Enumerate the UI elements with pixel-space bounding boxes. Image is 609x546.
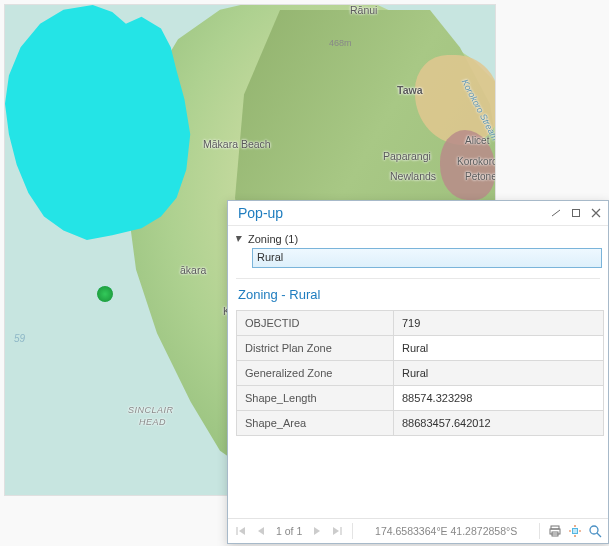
place-label-makara-clip: ākara: [180, 264, 206, 276]
popup-titlebar[interactable]: Pop-up: [228, 201, 608, 226]
nav-next-button[interactable]: [308, 523, 326, 539]
identify-click-point: [97, 286, 113, 302]
popup-autohide-button[interactable]: [548, 205, 564, 221]
nav-position-label: 1 of 1: [272, 525, 306, 537]
place-label-makara-beach: Mākara Beach: [203, 138, 271, 150]
attribute-value: Rural: [394, 336, 604, 361]
footer-separator-1: [352, 523, 353, 539]
zoom-to-icon[interactable]: [586, 522, 604, 540]
popup-body: Zoning (1) Rural Zoning - Rural OBJECTID…: [228, 226, 608, 518]
place-label-paparangi: Paparangi: [383, 150, 431, 162]
svg-point-5: [590, 526, 598, 534]
attribute-value: 88574.323298: [394, 386, 604, 411]
place-label-korokoro: Korokoro: [457, 156, 496, 167]
attribute-row[interactable]: District Plan ZoneRural: [237, 336, 604, 361]
place-label-ranui: Rānui: [350, 4, 377, 16]
print-icon[interactable]: [546, 522, 564, 540]
identify-popup: Pop-up Zoning (1) Rural Zoning - Rural O…: [227, 200, 609, 544]
feature-tree-layer-row[interactable]: Zoning (1): [234, 230, 602, 248]
place-label-tawa: Tawa: [397, 84, 422, 96]
svg-rect-0: [573, 210, 580, 217]
attribute-row[interactable]: Shape_Length88574.323298: [237, 386, 604, 411]
attribute-value: 719: [394, 311, 604, 336]
section-divider: [236, 278, 600, 279]
footer-separator-2: [539, 523, 540, 539]
popup-dock-button[interactable]: [568, 205, 584, 221]
nav-first-button[interactable]: [232, 523, 250, 539]
depth-sounding-59: 59: [14, 333, 25, 344]
elevation-label-468m: 468m: [329, 38, 352, 48]
attribute-key: Generalized Zone: [237, 361, 394, 386]
place-label-newlands: Newlands: [390, 170, 436, 182]
popup-close-button[interactable]: [588, 205, 604, 221]
nav-prev-button[interactable]: [252, 523, 270, 539]
coordinate-readout: 174.6583364°E 41.2872858°S: [359, 525, 533, 537]
popup-footer: 1 of 1 174.6583364°E 41.2872858°S: [228, 518, 608, 543]
attribute-table: OBJECTID719District Plan ZoneRuralGenera…: [236, 310, 604, 436]
select-feature-icon[interactable]: [566, 522, 584, 540]
feature-label-head: HEAD: [139, 417, 166, 427]
tree-collapse-icon[interactable]: [234, 234, 244, 244]
svg-rect-4: [573, 529, 578, 534]
popup-title: Pop-up: [232, 205, 544, 221]
feature-tree-selected-item[interactable]: Rural: [252, 248, 602, 268]
attribute-key: Shape_Area: [237, 411, 394, 436]
popup-section-title: Zoning - Rural: [234, 285, 602, 310]
place-label-alicetown: Alicet: [465, 135, 489, 146]
nav-last-button[interactable]: [328, 523, 346, 539]
place-label-petone: Petone: [465, 171, 496, 182]
feature-label-sinclair: SINCLAIR: [128, 405, 174, 415]
attribute-row[interactable]: Generalized ZoneRural: [237, 361, 604, 386]
attribute-row[interactable]: OBJECTID719: [237, 311, 604, 336]
attribute-key: Shape_Length: [237, 386, 394, 411]
attribute-key: OBJECTID: [237, 311, 394, 336]
attribute-row[interactable]: Shape_Area88683457.642012: [237, 411, 604, 436]
attribute-value: Rural: [394, 361, 604, 386]
attribute-key: District Plan Zone: [237, 336, 394, 361]
feature-tree-layer-label: Zoning (1): [248, 233, 298, 245]
attribute-value: 88683457.642012: [394, 411, 604, 436]
